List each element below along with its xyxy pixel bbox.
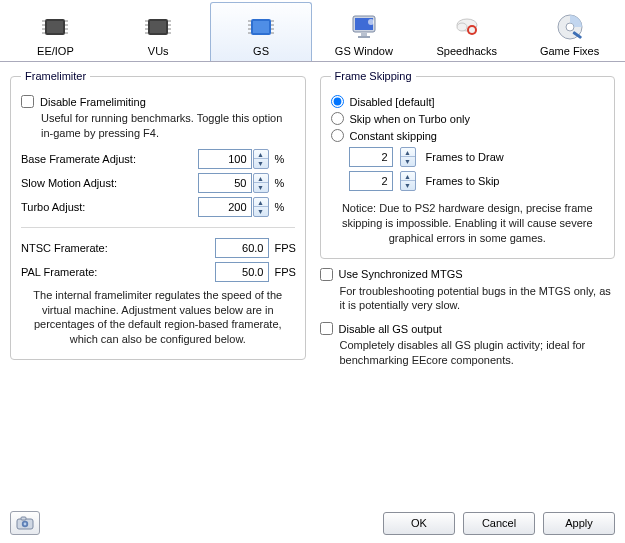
turbo-label: Turbo Adjust: [21, 201, 198, 213]
frameskip-turbo-radio[interactable]: Skip when on Turbo only [331, 111, 605, 126]
pal-input[interactable] [215, 262, 269, 282]
base-framerate-row: Base Framerate Adjust: ▲▼ % [21, 149, 295, 169]
svg-rect-33 [358, 36, 370, 38]
up-icon: ▲ [401, 172, 415, 181]
disablegs-input[interactable] [320, 322, 333, 335]
svg-rect-43 [21, 517, 26, 520]
tab-label: Game Fixes [540, 45, 599, 57]
tab-label: GS Window [335, 45, 393, 57]
frames-skip-spinner[interactable]: ▲▼ [400, 171, 416, 191]
frameskip-group: Frame Skipping Disabled [default] Skip w… [320, 70, 616, 259]
frames-draw-row: ▲▼ Frames to Draw [349, 147, 605, 167]
slow-motion-row: Slow Motion Adjust: ▲▼ % [21, 173, 295, 193]
page-body: Framelimiter Disable Framelimiting Usefu… [0, 62, 625, 384]
camera-icon [16, 516, 34, 530]
up-icon: ▲ [254, 150, 268, 159]
tab-label: EE/IOP [37, 45, 74, 57]
turbo-row: Turbo Adjust: ▲▼ % [21, 197, 295, 217]
frameskip-disabled-label: Disabled [default] [350, 96, 435, 108]
frames-skip-input[interactable] [349, 171, 393, 191]
chip-icon [39, 11, 71, 43]
frameskip-turbo-label: Skip when on Turbo only [350, 113, 470, 125]
up-icon: ▲ [401, 148, 415, 157]
tab-label: GS [253, 45, 269, 57]
frames-draw-spinner[interactable]: ▲▼ [400, 147, 416, 167]
down-icon: ▼ [401, 181, 415, 190]
slow-motion-input[interactable] [198, 173, 252, 193]
disable-framelimit-checkbox[interactable]: Disable Framelimiting [21, 94, 295, 109]
mtgs-input[interactable] [320, 268, 333, 281]
svg-rect-1 [47, 21, 63, 33]
tab-speedhacks[interactable]: Speedhacks [415, 2, 518, 61]
disablegs-desc: Completely disables all GS plugin activi… [340, 338, 616, 368]
down-icon: ▼ [254, 207, 268, 216]
tab-label: Speedhacks [436, 45, 497, 57]
percent-unit: % [269, 177, 295, 189]
frameskip-constant-radio[interactable]: Constant skipping [331, 128, 605, 143]
svg-point-34 [368, 19, 374, 25]
frameskip-constant-input[interactable] [331, 129, 344, 142]
right-column: Frame Skipping Disabled [default] Skip w… [320, 70, 616, 376]
disable-framelimit-label: Disable Framelimiting [40, 96, 146, 108]
framelimiter-group: Framelimiter Disable Framelimiting Usefu… [10, 70, 306, 360]
monitor-icon [348, 11, 380, 43]
screenshot-button[interactable] [10, 511, 40, 535]
tab-vus[interactable]: VUs [107, 2, 210, 61]
mtgs-checkbox[interactable]: Use Synchronized MTGS [320, 267, 616, 282]
tab-eeiop[interactable]: EE/IOP [4, 2, 107, 61]
frames-skip-row: ▲▼ Frames to Skip [349, 171, 605, 191]
base-framerate-spinner[interactable]: ▲▼ [253, 149, 269, 169]
frameskip-disabled-radio[interactable]: Disabled [default] [331, 94, 605, 109]
svg-point-40 [566, 23, 574, 31]
tab-gs[interactable]: GS [210, 2, 313, 61]
turbo-spinner[interactable]: ▲▼ [253, 197, 269, 217]
percent-unit: % [269, 201, 295, 213]
ok-button[interactable]: OK [383, 512, 455, 535]
slow-motion-spinner[interactable]: ▲▼ [253, 173, 269, 193]
cloud-speed-icon [451, 11, 483, 43]
chip-icon [142, 11, 174, 43]
cancel-button[interactable]: Cancel [463, 512, 535, 535]
turbo-input[interactable] [198, 197, 252, 217]
svg-point-36 [457, 23, 467, 31]
divider [21, 227, 295, 228]
ntsc-input[interactable] [215, 238, 269, 258]
frameskip-disabled-input[interactable] [331, 95, 344, 108]
down-icon: ▼ [254, 183, 268, 192]
frameskip-notice: Notice: Due to PS2 hardware design, prec… [331, 201, 605, 246]
tab-gamefixes[interactable]: Game Fixes [518, 2, 621, 61]
slow-motion-label: Slow Motion Adjust: [21, 177, 198, 189]
svg-rect-11 [150, 21, 166, 33]
disablegs-block: Disable all GS output Completely disable… [320, 321, 616, 368]
up-icon: ▲ [254, 198, 268, 207]
frames-draw-input[interactable] [349, 147, 393, 167]
base-framerate-input[interactable] [198, 149, 252, 169]
disable-framelimit-input[interactable] [21, 95, 34, 108]
frames-skip-label: Frames to Skip [426, 175, 500, 187]
svg-point-38 [469, 27, 475, 33]
svg-rect-21 [253, 21, 269, 33]
mtgs-block: Use Synchronized MTGS For troubleshootin… [320, 267, 616, 314]
apply-button[interactable]: Apply [543, 512, 615, 535]
disablegs-checkbox[interactable]: Disable all GS output [320, 321, 616, 336]
pal-row: PAL Framerate: FPS [21, 262, 295, 282]
svg-point-45 [24, 523, 27, 526]
base-framerate-label: Base Framerate Adjust: [21, 153, 198, 165]
svg-rect-32 [361, 33, 367, 36]
framelimiter-blurb: The internal framelimiter regulates the … [21, 288, 295, 347]
disable-framelimit-desc: Useful for running benchmarks. Toggle th… [41, 111, 295, 141]
dialog-footer: OK Cancel Apply [0, 503, 625, 543]
frames-draw-label: Frames to Draw [426, 151, 504, 163]
chip-blue-icon [245, 11, 277, 43]
down-icon: ▼ [401, 157, 415, 166]
left-column: Framelimiter Disable Framelimiting Usefu… [10, 70, 306, 376]
frameskip-turbo-input[interactable] [331, 112, 344, 125]
tab-gswindow[interactable]: GS Window [312, 2, 415, 61]
frameskip-legend: Frame Skipping [331, 70, 416, 82]
tab-label: VUs [148, 45, 169, 57]
down-icon: ▼ [254, 159, 268, 168]
mtgs-desc: For troubleshooting potential bugs in th… [340, 284, 616, 314]
fps-unit: FPS [269, 266, 295, 278]
frameskip-constant-label: Constant skipping [350, 130, 437, 142]
pal-label: PAL Framerate: [21, 266, 215, 278]
